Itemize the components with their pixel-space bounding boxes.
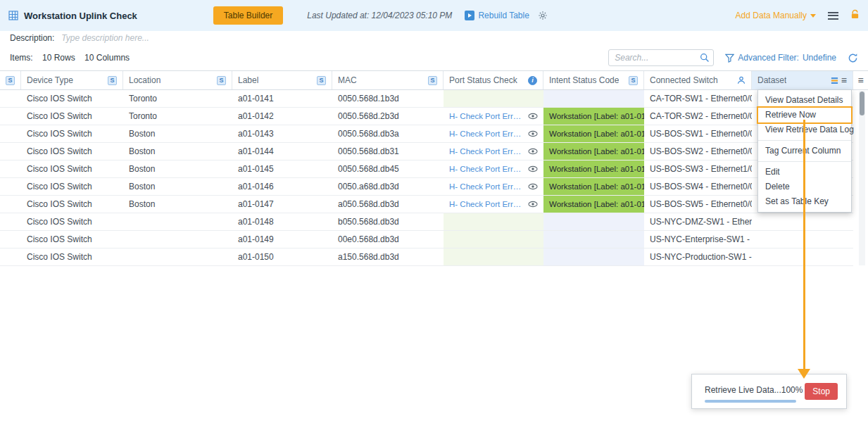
lock-icon[interactable] [850, 9, 860, 22]
filter-funnel-icon [725, 54, 734, 63]
table-row[interactable]: Cisco IOS SwitchBostona01-01440050.568d.… [0, 143, 853, 160]
table-row[interactable]: Cisco IOS Switcha01-0150a150.568d.db3dUS… [0, 248, 853, 266]
annotation-arrowhead [798, 369, 810, 379]
cell-location: Boston [123, 196, 232, 213]
table-row[interactable]: Cisco IOS SwitchTorontoa01-01410050.568d… [0, 90, 853, 108]
search-icon[interactable] [700, 53, 710, 65]
eye-icon[interactable] [528, 148, 538, 155]
cell-sel [0, 125, 21, 142]
table-row[interactable]: Cisco IOS SwitchBostona01-0147a050.568d.… [0, 196, 853, 213]
cell-sel [0, 231, 21, 248]
cell-intent_status: Workstation [Label: a01-014... [543, 160, 644, 177]
rebuild-table-label: Rebuild Table [478, 11, 529, 20]
cell-port_status: H- Check Port Error US-... [444, 125, 543, 142]
cell-connected_switch: CA-TOR-SW1 - Ethernet0/0 [644, 90, 752, 107]
cell-mac: 0050.568d.2b3d [332, 108, 444, 125]
eye-icon[interactable] [528, 130, 538, 137]
cell-device_type: Cisco IOS Switch [21, 160, 123, 177]
cell-port_status: H- Check Port Error US-... [444, 160, 543, 177]
cell-intent_status [543, 231, 644, 248]
cell-location: Boston [123, 160, 232, 177]
column-header-port_status[interactable]: Port Status Checki [444, 71, 543, 89]
eye-icon[interactable] [528, 201, 538, 208]
cell-label: a01-0145 [232, 160, 332, 177]
stop-button[interactable]: Stop [805, 383, 838, 400]
cell-port_status: H- Check Port Error US-... [444, 143, 543, 160]
column-header-label[interactable]: LabelS [232, 71, 332, 89]
chevron-down-icon [810, 14, 816, 18]
cell-location: Toronto [123, 90, 232, 107]
info-icon: i [528, 76, 537, 85]
column-menu-icon[interactable]: ≡ [841, 75, 847, 85]
cell-intent_status [543, 213, 644, 230]
table-row[interactable]: Cisco IOS SwitchBostona01-01460050.a68d.… [0, 178, 853, 196]
column-header-sel[interactable]: S [0, 71, 21, 89]
cell-port_status [444, 248, 543, 265]
table-row[interactable]: Cisco IOS Switcha01-0148b050.568d.db3dUS… [0, 213, 853, 231]
string-type-icon: S [428, 76, 437, 85]
rows-count: 10 Rows [42, 53, 75, 63]
toast-message: Retrieve Live Data...100% [705, 385, 803, 395]
toolbar: Items: 10 Rows 10 Columns Advanced Filte… [0, 45, 868, 70]
advanced-filter-label: Advanced Filter: [738, 53, 799, 63]
advanced-filter-button[interactable]: Advanced Filter: Undefine [725, 53, 836, 63]
port-status-link[interactable]: H- Check Port Error US-... [449, 130, 525, 138]
column-header-device_type[interactable]: Device TypeS [21, 71, 123, 89]
table-row[interactable]: Cisco IOS SwitchBostona01-01430050.568d.… [0, 125, 853, 143]
play-icon [465, 11, 474, 20]
column-label: Connected Switch [650, 75, 718, 85]
rebuild-table-button[interactable]: Rebuild Table [465, 11, 529, 20]
column-header-location[interactable]: LocationS [123, 71, 232, 89]
eye-icon[interactable] [528, 165, 538, 172]
refresh-icon[interactable] [848, 53, 858, 63]
search-input[interactable] [608, 49, 714, 66]
column-header-mac[interactable]: MACS [332, 71, 444, 89]
dataset-icon [831, 77, 838, 84]
vertical-scrollbar[interactable] [859, 91, 865, 265]
table-row[interactable]: Cisco IOS Switcha01-014900e0.568d.db3dUS… [0, 231, 853, 248]
add-data-manually-label: Add Data Manually [736, 11, 807, 20]
string-type-icon: S [6, 76, 15, 85]
table-row[interactable]: Cisco IOS SwitchBostona01-01450050.568d.… [0, 160, 853, 178]
cell-device_type: Cisco IOS Switch [21, 178, 123, 195]
description-input[interactable]: Type description here... [61, 33, 149, 43]
port-status-link[interactable]: H- Check Port Error US-... [449, 200, 525, 208]
eye-icon[interactable] [528, 113, 538, 120]
column-label: Location [129, 75, 161, 85]
table-menu-icon[interactable]: ≡ [857, 75, 863, 85]
cell-connected_switch: US-NYC-DMZ-SW1 - Etherne... [644, 213, 752, 230]
cell-mac: 0050.568d.db45 [332, 160, 444, 177]
cell-mac: 0050.568d.1b3d [332, 90, 444, 107]
cell-sel [0, 90, 21, 107]
port-status-link[interactable]: H- Check Port Error US-... [449, 165, 525, 173]
add-data-manually-button[interactable]: Add Data Manually [736, 11, 816, 20]
table-header: SDevice TypeSLocationSLabelSMACSPort Sta… [0, 70, 868, 90]
cell-device_type: Cisco IOS Switch [21, 196, 123, 213]
table-row[interactable]: Cisco IOS SwitchTorontoa01-01420050.568d… [0, 108, 853, 125]
menu-item-view-dataset-details[interactable]: View Dataset Details [758, 93, 851, 108]
cell-label: a01-0144 [232, 143, 332, 160]
cell-sel [0, 143, 21, 160]
port-status-link[interactable]: H- Check Port Error US-... [449, 147, 525, 156]
toolbar-right: Advanced Filter: Undefine [608, 49, 858, 66]
table-builder-button[interactable]: Table Builder [213, 6, 283, 25]
cell-dataset [752, 231, 853, 248]
port-status-link[interactable]: H- Check Port Error CA-... [449, 112, 525, 120]
cell-intent_status [543, 248, 644, 265]
cell-location: Boston [123, 143, 232, 160]
hamburger-menu-icon[interactable] [828, 12, 838, 20]
cell-dataset [752, 213, 853, 230]
scrollbar-thumb[interactable] [860, 92, 864, 115]
cell-port_status [444, 213, 543, 230]
cell-label: a01-0150 [232, 248, 332, 265]
eye-icon[interactable] [528, 183, 538, 190]
column-header-dataset[interactable]: Dataset≡ [752, 71, 853, 89]
cell-mac: 0050.568d.db3a [332, 125, 444, 142]
port-status-link[interactable]: H- Check Port Error US-... [449, 182, 525, 191]
cell-device_type: Cisco IOS Switch [21, 143, 123, 160]
cell-device_type: Cisco IOS Switch [21, 231, 123, 248]
column-header-connected_switch[interactable]: Connected Switch [644, 71, 752, 89]
gear-icon[interactable] [538, 11, 548, 20]
cell-device_type: Cisco IOS Switch [21, 248, 123, 265]
column-header-intent_status[interactable]: Intent Status CodeS [543, 71, 644, 89]
